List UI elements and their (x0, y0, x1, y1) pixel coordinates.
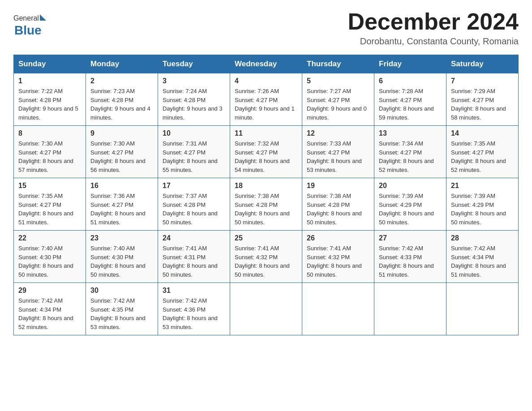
calendar-cell: 8 Sunrise: 7:30 AM Sunset: 4:27 PM Dayli… (14, 126, 86, 178)
day-info: Sunrise: 7:42 AM Sunset: 4:33 PM Dayligh… (379, 244, 442, 279)
day-info: Sunrise: 7:29 AM Sunset: 4:27 PM Dayligh… (451, 87, 514, 122)
day-number: 20 (379, 182, 442, 190)
day-number: 27 (379, 234, 442, 242)
location-text: Dorobantu, Constanta County, Romania (348, 36, 519, 47)
calendar-cell: 4 Sunrise: 7:26 AM Sunset: 4:27 PM Dayli… (230, 73, 302, 126)
day-number: 4 (235, 77, 297, 85)
day-number: 11 (235, 129, 297, 137)
calendar-cell (230, 283, 302, 335)
col-header-tuesday: Tuesday (158, 55, 230, 73)
day-info: Sunrise: 7:22 AM Sunset: 4:28 PM Dayligh… (18, 87, 81, 122)
day-number: 8 (18, 129, 81, 137)
col-header-saturday: Saturday (446, 55, 519, 73)
day-info: Sunrise: 7:30 AM Sunset: 4:27 PM Dayligh… (18, 139, 81, 174)
calendar-cell: 28 Sunrise: 7:42 AM Sunset: 4:34 PM Dayl… (446, 231, 519, 283)
day-number: 25 (235, 234, 297, 242)
day-info: Sunrise: 7:40 AM Sunset: 4:30 PM Dayligh… (90, 244, 153, 279)
calendar-cell: 26 Sunrise: 7:41 AM Sunset: 4:32 PM Dayl… (302, 231, 374, 283)
calendar-cell (374, 283, 446, 335)
page-header: General Blue December 2024 Dorobantu, Co… (13, 9, 519, 47)
day-info: Sunrise: 7:41 AM Sunset: 4:31 PM Dayligh… (163, 244, 225, 279)
calendar-cell: 18 Sunrise: 7:38 AM Sunset: 4:28 PM Dayl… (230, 178, 302, 231)
calendar-cell: 11 Sunrise: 7:32 AM Sunset: 4:27 PM Dayl… (230, 126, 302, 178)
calendar-cell: 23 Sunrise: 7:40 AM Sunset: 4:30 PM Dayl… (86, 231, 158, 283)
day-number: 17 (163, 182, 225, 190)
calendar-cell (446, 283, 519, 335)
day-number: 6 (379, 77, 442, 85)
calendar-cell: 29 Sunrise: 7:42 AM Sunset: 4:34 PM Dayl… (14, 283, 86, 335)
day-number: 18 (235, 182, 297, 190)
day-number: 19 (307, 182, 369, 190)
day-number: 15 (18, 182, 81, 190)
day-info: Sunrise: 7:33 AM Sunset: 4:27 PM Dayligh… (307, 139, 369, 174)
day-info: Sunrise: 7:38 AM Sunset: 4:28 PM Dayligh… (307, 192, 369, 227)
day-info: Sunrise: 7:37 AM Sunset: 4:28 PM Dayligh… (163, 192, 225, 227)
calendar-cell (302, 283, 374, 335)
calendar-cell: 7 Sunrise: 7:29 AM Sunset: 4:27 PM Dayli… (446, 73, 519, 126)
calendar-cell: 16 Sunrise: 7:36 AM Sunset: 4:27 PM Dayl… (86, 178, 158, 231)
day-info: Sunrise: 7:24 AM Sunset: 4:28 PM Dayligh… (163, 87, 225, 122)
calendar-cell: 15 Sunrise: 7:35 AM Sunset: 4:27 PM Dayl… (14, 178, 86, 231)
day-number: 23 (90, 234, 153, 242)
day-info: Sunrise: 7:41 AM Sunset: 4:32 PM Dayligh… (235, 244, 297, 279)
calendar-cell: 6 Sunrise: 7:28 AM Sunset: 4:27 PM Dayli… (374, 73, 446, 126)
day-info: Sunrise: 7:27 AM Sunset: 4:27 PM Dayligh… (307, 87, 369, 122)
day-number: 30 (90, 287, 153, 295)
day-number: 29 (18, 287, 81, 295)
col-header-monday: Monday (86, 55, 158, 73)
calendar-cell: 1 Sunrise: 7:22 AM Sunset: 4:28 PM Dayli… (14, 73, 86, 126)
col-header-wednesday: Wednesday (230, 55, 302, 73)
calendar-cell: 22 Sunrise: 7:40 AM Sunset: 4:30 PM Dayl… (14, 231, 86, 283)
day-info: Sunrise: 7:30 AM Sunset: 4:27 PM Dayligh… (90, 139, 153, 174)
day-info: Sunrise: 7:38 AM Sunset: 4:28 PM Dayligh… (235, 192, 297, 227)
calendar-cell: 20 Sunrise: 7:39 AM Sunset: 4:29 PM Dayl… (374, 178, 446, 231)
logo: General Blue (13, 13, 46, 38)
week-row-4: 22 Sunrise: 7:40 AM Sunset: 4:30 PM Dayl… (14, 231, 519, 283)
day-number: 2 (90, 77, 153, 85)
calendar-header-row: SundayMondayTuesdayWednesdayThursdayFrid… (14, 55, 519, 73)
day-info: Sunrise: 7:36 AM Sunset: 4:27 PM Dayligh… (90, 192, 153, 227)
day-number: 16 (90, 182, 153, 190)
day-info: Sunrise: 7:40 AM Sunset: 4:30 PM Dayligh… (18, 244, 81, 279)
calendar-cell: 24 Sunrise: 7:41 AM Sunset: 4:31 PM Dayl… (158, 231, 230, 283)
day-info: Sunrise: 7:34 AM Sunset: 4:27 PM Dayligh… (379, 139, 442, 174)
day-info: Sunrise: 7:39 AM Sunset: 4:29 PM Dayligh… (451, 192, 514, 227)
day-info: Sunrise: 7:28 AM Sunset: 4:27 PM Dayligh… (379, 87, 442, 122)
day-number: 24 (163, 234, 225, 242)
day-number: 7 (451, 77, 514, 85)
week-row-5: 29 Sunrise: 7:42 AM Sunset: 4:34 PM Dayl… (14, 283, 519, 335)
col-header-friday: Friday (374, 55, 446, 73)
day-info: Sunrise: 7:42 AM Sunset: 4:36 PM Dayligh… (163, 296, 225, 331)
col-header-sunday: Sunday (14, 55, 86, 73)
calendar-cell: 21 Sunrise: 7:39 AM Sunset: 4:29 PM Dayl… (446, 178, 519, 231)
logo-arrow-icon (40, 14, 46, 21)
calendar-cell: 12 Sunrise: 7:33 AM Sunset: 4:27 PM Dayl… (302, 126, 374, 178)
day-number: 31 (163, 287, 225, 295)
title-section: December 2024 Dorobantu, Constanta Count… (348, 9, 519, 47)
day-number: 1 (18, 77, 81, 85)
logo-general-text: General (13, 14, 39, 22)
calendar-cell: 3 Sunrise: 7:24 AM Sunset: 4:28 PM Dayli… (158, 73, 230, 126)
calendar-cell: 25 Sunrise: 7:41 AM Sunset: 4:32 PM Dayl… (230, 231, 302, 283)
day-info: Sunrise: 7:42 AM Sunset: 4:34 PM Dayligh… (451, 244, 514, 279)
day-number: 10 (163, 129, 225, 137)
day-number: 21 (451, 182, 514, 190)
month-title: December 2024 (348, 9, 519, 34)
calendar-cell: 2 Sunrise: 7:23 AM Sunset: 4:28 PM Dayli… (86, 73, 158, 126)
day-info: Sunrise: 7:41 AM Sunset: 4:32 PM Dayligh… (307, 244, 369, 279)
day-number: 14 (451, 129, 514, 137)
calendar-cell: 13 Sunrise: 7:34 AM Sunset: 4:27 PM Dayl… (374, 126, 446, 178)
day-info: Sunrise: 7:35 AM Sunset: 4:27 PM Dayligh… (451, 139, 514, 174)
col-header-thursday: Thursday (302, 55, 374, 73)
week-row-1: 1 Sunrise: 7:22 AM Sunset: 4:28 PM Dayli… (14, 73, 519, 126)
day-info: Sunrise: 7:42 AM Sunset: 4:34 PM Dayligh… (18, 296, 81, 331)
calendar-cell: 14 Sunrise: 7:35 AM Sunset: 4:27 PM Dayl… (446, 126, 519, 178)
calendar-cell: 30 Sunrise: 7:42 AM Sunset: 4:35 PM Dayl… (86, 283, 158, 335)
day-number: 9 (90, 129, 153, 137)
calendar-cell: 31 Sunrise: 7:42 AM Sunset: 4:36 PM Dayl… (158, 283, 230, 335)
day-info: Sunrise: 7:31 AM Sunset: 4:27 PM Dayligh… (163, 139, 225, 174)
calendar-cell: 19 Sunrise: 7:38 AM Sunset: 4:28 PM Dayl… (302, 178, 374, 231)
day-number: 28 (451, 234, 514, 242)
week-row-2: 8 Sunrise: 7:30 AM Sunset: 4:27 PM Dayli… (14, 126, 519, 178)
day-info: Sunrise: 7:32 AM Sunset: 4:27 PM Dayligh… (235, 139, 297, 174)
